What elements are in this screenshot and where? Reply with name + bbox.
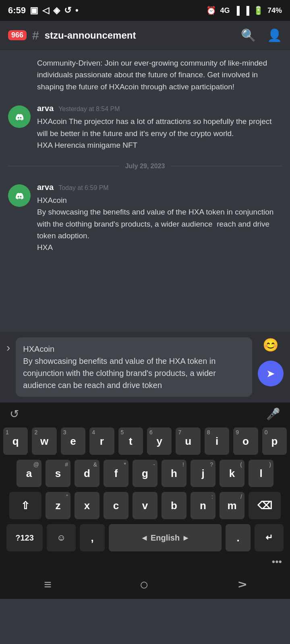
message-group-1: arva Yesterday at 8:54 PM HXAcoin The pr… — [8, 97, 282, 155]
message-header-1: arva Yesterday at 8:54 PM — [37, 104, 282, 113]
key-m[interactable]: /m — [220, 492, 244, 519]
sim-icon: ▣ — [30, 5, 38, 16]
key-y[interactable]: 6y — [147, 427, 172, 455]
message-text-1: HXAcoin The projector has a lot of attra… — [37, 116, 282, 151]
date-divider: July 29, 2023 — [8, 163, 282, 170]
battery-icon: 🔋 — [253, 6, 263, 15]
members-icon[interactable]: 👤 — [267, 28, 282, 42]
avatar-arva-1 — [8, 105, 31, 128]
sync-icon: ↺ — [64, 5, 71, 16]
status-right: ⏰ 4G ▐ ▐ 🔋 74% — [206, 6, 282, 15]
send-button[interactable]: ➤ — [258, 361, 284, 386]
key-n[interactable]: :n — [191, 492, 215, 519]
message-input-box[interactable]: HXAcoinBy showcasing benefits and value … — [16, 337, 252, 397]
keyboard-row-numbers: 1q 2w 3e 4r 5t 6y 7u 8i 9o 0p — [0, 425, 290, 457]
channel-name: stzu-announcement — [45, 30, 136, 41]
nav-menu-button[interactable]: ≡ — [44, 577, 52, 592]
keyboard-mic-icon[interactable]: 🎤 — [266, 407, 280, 421]
key-period[interactable]: . — [226, 524, 251, 551]
keyboard-row-zxcv: ⇧ "z x c v b :n /m ⌫ — [0, 489, 290, 522]
date-line-left — [8, 166, 120, 166]
key-b[interactable]: b — [162, 492, 186, 519]
keyboard-row-asdf: @a #s &d *f -g !h ?j (k )l — [0, 457, 290, 489]
message-content-1: arva Yesterday at 8:54 PM HXAcoin The pr… — [37, 104, 282, 151]
username-2: arva — [37, 183, 54, 192]
nav-back-button[interactable]: ∨ — [234, 580, 249, 589]
key-a[interactable]: @a — [17, 460, 41, 487]
top-message: Community-Driven: Join our ever-growing … — [8, 50, 282, 97]
keyboard-refresh-icon[interactable]: ↺ — [10, 407, 19, 421]
message-input-text[interactable]: HXAcoinBy showcasing benefits and value … — [23, 343, 245, 391]
header-icons: 🔍 👤 — [241, 28, 282, 42]
key-backspace[interactable]: ⌫ — [249, 492, 281, 519]
timestamp-1: Yesterday at 8:54 PM — [58, 105, 120, 113]
key-l[interactable]: )l — [249, 460, 273, 487]
key-g[interactable]: -g — [133, 460, 157, 487]
battery-percent: 74% — [267, 6, 282, 15]
key-v[interactable]: v — [133, 492, 157, 519]
key-x[interactable]: x — [75, 492, 99, 519]
date-label: July 29, 2023 — [125, 163, 165, 170]
input-area: › HXAcoinBy showcasing benefits and valu… — [0, 332, 290, 402]
signal-bars-icon: ▐ — [234, 6, 240, 15]
key-h[interactable]: !h — [162, 460, 186, 487]
top-message-text: Community-Driven: Join our ever-growing … — [37, 57, 282, 93]
key-u[interactable]: 7u — [176, 427, 200, 455]
keyboard-dots-row: ••• — [0, 554, 290, 570]
time-display: 6:59 — [8, 5, 26, 16]
hash-icon: # — [32, 29, 39, 42]
key-q[interactable]: 1q — [3, 427, 28, 455]
chat-area: Community-Driven: Join our ever-growing … — [0, 50, 290, 332]
signal-bars2-icon: ▐ — [244, 6, 249, 15]
discord-logo-icon-2 — [12, 188, 27, 203]
key-z[interactable]: "z — [46, 492, 70, 519]
date-line-right — [170, 166, 282, 166]
send-icon: ➤ — [266, 367, 275, 380]
message-header-2: arva Today at 6:59 PM — [37, 183, 282, 192]
keyboard-row-bottom: ?123 ☺ , ◄ English ► . ↵ — [0, 522, 290, 554]
key-s[interactable]: #s — [46, 460, 70, 487]
key-emoji[interactable]: ☺ — [47, 524, 76, 551]
key-k[interactable]: (k — [220, 460, 244, 487]
key-e[interactable]: 3e — [61, 427, 85, 455]
bottom-nav: ≡ ○ ∨ — [0, 570, 290, 599]
avatar-arva-2 — [8, 184, 31, 207]
key-c[interactable]: c — [104, 492, 128, 519]
username-1: arva — [37, 104, 54, 113]
input-right-icons: 😊 ➤ — [258, 337, 284, 386]
navigation-icon: ◁ — [42, 5, 49, 16]
key-shift[interactable]: ⇧ — [9, 492, 41, 519]
expand-icon[interactable]: › — [6, 341, 10, 354]
message-group-2: arva Today at 6:59 PM HXAcoinBy showcasi… — [8, 175, 282, 258]
channel-header-left: 966 # stzu-announcement — [8, 29, 136, 42]
status-bar: 6:59 ▣ ◁ ◈ ↺ • ⏰ 4G ▐ ▐ 🔋 74% — [0, 0, 290, 21]
key-j[interactable]: ?j — [191, 460, 215, 487]
key-w[interactable]: 2w — [32, 427, 56, 455]
key-r[interactable]: 4r — [89, 427, 114, 455]
key-d[interactable]: &d — [75, 460, 99, 487]
timestamp-2: Today at 6:59 PM — [58, 184, 109, 192]
message-content-2: arva Today at 6:59 PM HXAcoinBy showcasi… — [37, 183, 282, 254]
emoji-button[interactable]: 😊 — [263, 337, 279, 353]
key-o[interactable]: 9o — [233, 427, 258, 455]
channel-header: 966 # stzu-announcement 🔍 👤 — [0, 21, 290, 50]
key-p[interactable]: 0p — [262, 427, 287, 455]
nav-home-button[interactable]: ○ — [139, 576, 149, 593]
dots-icon: ••• — [272, 556, 282, 568]
key-t[interactable]: 5t — [118, 427, 143, 455]
discord-logo-icon — [12, 109, 27, 124]
key-i[interactable]: 8i — [205, 427, 229, 455]
key-enter[interactable]: ↵ — [255, 524, 284, 551]
key-space[interactable]: ◄ English ► — [109, 524, 222, 551]
dot-icon: • — [75, 5, 79, 16]
alarm-icon: ⏰ — [206, 6, 216, 15]
notification-badge: 966 — [8, 30, 27, 40]
message-text-2: HXAcoinBy showcasing the benefits and va… — [37, 194, 282, 254]
messenger-icon: ◈ — [53, 5, 60, 16]
key-comma[interactable]: , — [80, 524, 105, 551]
key-f[interactable]: *f — [104, 460, 128, 487]
key-numbers-toggle[interactable]: ?123 — [6, 524, 43, 551]
search-icon[interactable]: 🔍 — [241, 28, 256, 42]
keyboard-toolbar: ↺ 🎤 — [0, 402, 290, 425]
keyboard: 1q 2w 3e 4r 5t 6y 7u 8i 9o 0p @a #s &d *… — [0, 425, 290, 570]
